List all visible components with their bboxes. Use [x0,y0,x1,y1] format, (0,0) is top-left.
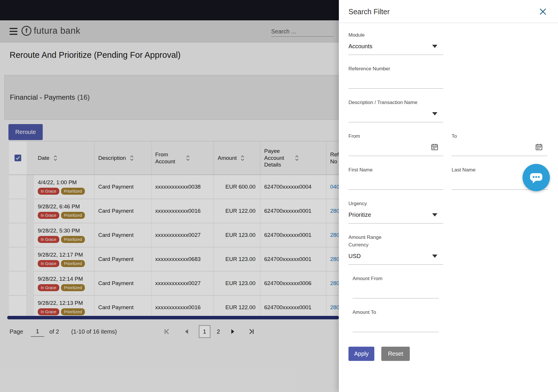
calendar-icon[interactable] [431,143,439,152]
first-name-input[interactable] [348,173,443,190]
amount-to-label: Amount To [353,309,439,315]
first-name-label: First Name [348,167,443,173]
currency-select[interactable]: USD [348,248,443,265]
amount-to-field: Amount To [353,309,439,332]
to-date-input[interactable] [452,139,548,156]
first-name-field: First Name [348,167,443,190]
description-field: Description / Transaction Name [348,99,443,122]
chevron-down-icon [432,255,437,258]
amount-range-section-label: Amount Range [348,234,443,240]
currency-value: USD [348,253,361,259]
chevron-down-icon [432,112,437,115]
urgency-label: Urgency [348,201,443,207]
reference-number-label: Reference Number [348,66,443,72]
amount-range-currency-field: Amount Range Currency USD [348,234,443,265]
close-icon[interactable] [538,7,548,16]
amount-from-label: Amount From [353,275,439,282]
chat-fab-button[interactable] [523,164,550,191]
amount-from-field: Amount From [353,275,439,298]
description-label: Description / Transaction Name [348,99,443,105]
to-date-field: To [452,133,548,156]
module-value: Accounts [348,43,372,50]
module-label: Module [348,32,443,38]
description-select[interactable] [348,105,443,122]
amount-to-input[interactable] [353,315,439,332]
reference-number-input[interactable] [348,72,443,89]
from-date-field: From [348,133,443,156]
urgency-value: Prioritize [348,212,371,218]
urgency-select[interactable]: Prioritize [348,207,443,223]
currency-label: Currency [348,242,443,248]
filter-title: Search Filter [348,8,390,16]
chat-bubble-icon [528,170,544,185]
urgency-field: Urgency Prioritize [348,201,443,223]
search-filter-panel: Search Filter Module Accounts Reference … [339,0,558,392]
from-date-label: From [348,133,443,139]
reference-number-field: Reference Number [348,66,443,89]
module-field: Module Accounts [348,32,443,55]
reset-button[interactable]: Reset [381,347,410,361]
chevron-down-icon [432,213,437,216]
calendar-icon[interactable] [535,143,543,152]
apply-button[interactable]: Apply [348,347,374,361]
chevron-down-icon [432,45,437,48]
amount-from-input[interactable] [353,282,439,298]
to-date-label: To [452,133,548,139]
from-date-input[interactable] [348,139,443,156]
module-select[interactable]: Accounts [348,38,443,55]
